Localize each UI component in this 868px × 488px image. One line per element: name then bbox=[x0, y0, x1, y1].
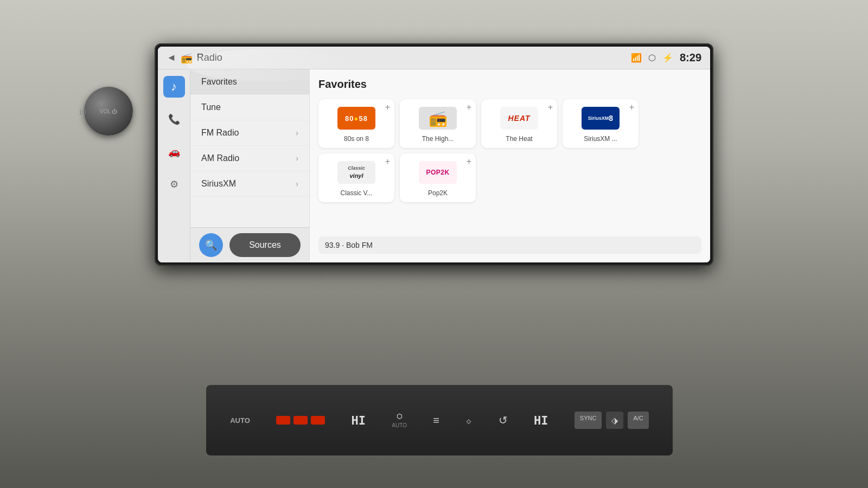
screen: ◄ 📻 Radio 📶 ⬡ ⚡ 8:29 ♪ � bbox=[158, 47, 710, 262]
time-display: 8:29 bbox=[680, 52, 701, 64]
seat-heat-indicator-1 bbox=[276, 416, 290, 425]
favorite-card-high[interactable]: + 📻 The High... bbox=[400, 99, 476, 148]
climate-auto-small: AUTO bbox=[392, 422, 407, 428]
climate-seat-icons bbox=[276, 416, 325, 425]
header-right: 📶 ⬡ ⚡ 8:29 bbox=[631, 52, 701, 64]
siriusxm-chevron: › bbox=[296, 179, 298, 188]
menu-item-favorites[interactable]: Favorites bbox=[190, 69, 309, 95]
card-label-80s8: 80s on 8 bbox=[344, 135, 369, 143]
now-playing-bar: 93.9 · Bob FM bbox=[318, 236, 701, 254]
card-label-pop2k: Pop2K bbox=[428, 189, 448, 197]
climate-auto-label: AUTO bbox=[230, 416, 250, 425]
logo-80s8: 80●58 bbox=[337, 105, 375, 132]
main-content: ♪ 📞 🚗 ⚙ Favorites Tune bbox=[158, 69, 710, 262]
favorite-card-siriusxm[interactable]: + SiriusXM8 SiriusXM ... bbox=[563, 99, 639, 148]
climate-panel: AUTO HI ⬡ AUTO ≡ ⬦ ↺ HI SYNC ⬗ A/C bbox=[206, 385, 673, 455]
favorite-card-heat[interactable]: + HEAT The Heat bbox=[481, 99, 557, 148]
ac-button[interactable]: A/C bbox=[628, 412, 648, 429]
header-bar: ◄ 📻 Radio 📶 ⬡ ⚡ 8:29 bbox=[158, 47, 710, 69]
rear-defrost-button[interactable]: ⬗ bbox=[606, 412, 623, 429]
nav-phone-icon[interactable]: 📞 bbox=[163, 108, 185, 130]
climate-recirculate-icon: ↺ bbox=[499, 414, 508, 427]
volume-knob[interactable]: VOL ⏻ bbox=[84, 87, 133, 136]
menu-item-am-radio[interactable]: AM Radio › bbox=[190, 146, 309, 171]
menu-panel: Favorites Tune FM Radio › AM Radio › bbox=[190, 69, 309, 262]
add-btn-80s8[interactable]: + bbox=[385, 102, 390, 112]
menu-item-siriusxm[interactable]: SiriusXM › bbox=[190, 171, 309, 197]
seat-heat-indicator-3 bbox=[311, 416, 325, 425]
favorite-card-classicvinyl[interactable]: + Classic vinyl Classic V... bbox=[318, 153, 394, 202]
nav-music-icon[interactable]: ♪ bbox=[163, 76, 185, 98]
add-btn-pop2k[interactable]: + bbox=[467, 157, 471, 166]
now-playing-text: 93.9 · Bob FM bbox=[325, 241, 373, 249]
climate-right-btns: SYNC ⬗ A/C bbox=[575, 412, 649, 429]
content-title: Favorites bbox=[318, 78, 701, 91]
bluetooth-icon: ⚡ bbox=[662, 53, 673, 63]
logo-pop2k: POP2K bbox=[419, 159, 457, 186]
cast-icon: ⬡ bbox=[648, 53, 656, 63]
menu-item-tune[interactable]: Tune bbox=[190, 95, 309, 120]
nav-back-icon[interactable]: ◄ bbox=[167, 52, 176, 63]
header-left: ◄ 📻 Radio bbox=[167, 52, 222, 64]
nav-panel: ♪ 📞 🚗 ⚙ bbox=[158, 69, 190, 262]
search-icon: 🔍 bbox=[205, 239, 217, 251]
add-btn-heat[interactable]: + bbox=[548, 102, 553, 112]
add-btn-siriusxm[interactable]: + bbox=[629, 102, 634, 112]
card-label-siriusxm: SiriusXM ... bbox=[584, 135, 617, 143]
radio-icon: 📻 bbox=[181, 52, 193, 64]
sidebar-wrapper: ♪ 📞 🚗 ⚙ Favorites Tune bbox=[158, 69, 310, 262]
favorites-row-2: + Classic vinyl Classic V... + bbox=[318, 153, 701, 202]
favorite-card-pop2k[interactable]: + POP2K Pop2K bbox=[400, 153, 476, 202]
sources-button[interactable]: Sources bbox=[229, 233, 301, 257]
climate-defrost-icon: ≡ bbox=[433, 414, 439, 427]
add-btn-high[interactable]: + bbox=[467, 102, 471, 112]
side-indicators: 10 bbox=[79, 108, 86, 116]
menu-item-fm-radio[interactable]: FM Radio › bbox=[190, 120, 309, 146]
sync-button[interactable]: SYNC bbox=[575, 412, 602, 429]
card-label-high: The High... bbox=[422, 135, 454, 143]
am-radio-chevron: › bbox=[296, 154, 298, 163]
favorites-row-1: + 80●58 80s on 8 + bbox=[318, 99, 701, 148]
climate-fan-icon: ⬡ bbox=[397, 413, 402, 420]
climate-temp-right: HI bbox=[534, 414, 548, 427]
action-bar: 🔍 Sources bbox=[190, 227, 309, 262]
nav-settings-icon[interactable]: ⚙ bbox=[163, 174, 185, 195]
search-button[interactable]: 🔍 bbox=[199, 233, 223, 257]
card-label-classicvinyl: Classic V... bbox=[341, 189, 373, 197]
wifi-icon: 📶 bbox=[631, 53, 642, 63]
logo-classicvinyl: Classic vinyl bbox=[337, 159, 375, 186]
screen-container: ◄ 📻 Radio 📶 ⬡ ⚡ 8:29 ♪ � bbox=[155, 43, 713, 266]
climate-temp-left: HI bbox=[351, 414, 366, 427]
logo-high: 📻 bbox=[419, 105, 457, 132]
logo-heat: HEAT bbox=[500, 105, 538, 132]
favorite-card-80s8[interactable]: + 80●58 80s on 8 bbox=[318, 99, 394, 148]
content-area: Favorites + 80●58 80s on 8 bbox=[310, 69, 710, 262]
logo-siriusxm: SiriusXM8 bbox=[582, 105, 620, 132]
card-label-heat: The Heat bbox=[506, 135, 532, 143]
header-title: Radio bbox=[197, 52, 222, 63]
seat-heat-indicator-2 bbox=[293, 416, 308, 425]
climate-center: ⬡ AUTO bbox=[392, 413, 407, 428]
climate-air-icon: ⬦ bbox=[465, 414, 472, 427]
dashboard: ◄ 📻 Radio 📶 ⬡ ⚡ 8:29 ♪ � bbox=[0, 0, 868, 488]
add-btn-classicvinyl[interactable]: + bbox=[385, 157, 390, 166]
fm-radio-chevron: › bbox=[296, 129, 298, 137]
nav-car-icon[interactable]: 🚗 bbox=[163, 141, 185, 163]
